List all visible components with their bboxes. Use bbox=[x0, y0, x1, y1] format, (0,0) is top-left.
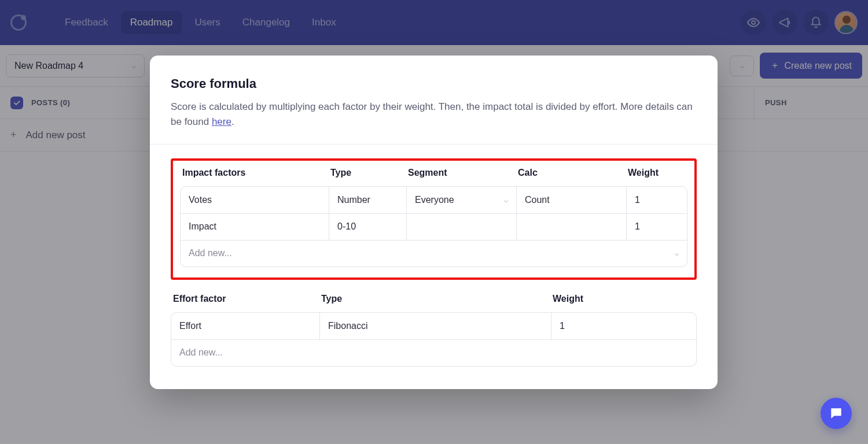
impact-calc-cell[interactable]: Count bbox=[516, 187, 626, 213]
chevron-down-icon: ⌵ bbox=[675, 249, 679, 257]
impact-row: Votes Number Everyone ⌵ Count 1 bbox=[181, 187, 687, 213]
impact-segment-value: Everyone bbox=[415, 195, 504, 205]
impact-factors-highlight: Impact factors Type Segment Calc Weight … bbox=[171, 158, 697, 280]
impact-add-new-label: Add new... bbox=[181, 241, 240, 265]
effort-type-cell[interactable]: Fibonacci bbox=[319, 313, 551, 339]
effort-add-new-label: Add new... bbox=[171, 341, 231, 365]
impact-header-segment: Segment bbox=[408, 168, 518, 178]
effort-add-new-row[interactable]: Add new... bbox=[171, 339, 696, 366]
impact-name-cell[interactable]: Impact bbox=[181, 214, 329, 240]
impact-calc-cell[interactable] bbox=[516, 214, 626, 240]
impact-header-calc: Calc bbox=[518, 168, 628, 178]
impact-name-cell[interactable]: Votes bbox=[181, 187, 329, 213]
impact-header-factor: Impact factors bbox=[182, 168, 330, 178]
effort-row: Effort Fibonacci 1 bbox=[171, 313, 696, 339]
score-formula-modal: Score formula Score is calculated by mul… bbox=[150, 56, 718, 389]
impact-table: Votes Number Everyone ⌵ Count 1 Impact 0… bbox=[180, 186, 687, 267]
impact-type-cell[interactable]: 0-10 bbox=[329, 214, 406, 240]
effort-header-type: Type bbox=[321, 294, 553, 304]
impact-header-type: Type bbox=[330, 168, 408, 178]
impact-weight-cell[interactable]: 1 bbox=[626, 214, 687, 240]
modal-desc-suffix: . bbox=[231, 116, 234, 127]
effort-header-factor: Effort factor bbox=[173, 294, 321, 304]
impact-row: Impact 0-10 1 bbox=[181, 213, 687, 240]
impact-add-new-row[interactable]: Add new... ⌵ bbox=[181, 240, 687, 267]
chat-fab[interactable] bbox=[821, 398, 852, 429]
impact-weight-cell[interactable]: 1 bbox=[626, 187, 687, 213]
impact-segment-cell[interactable] bbox=[406, 214, 516, 240]
effort-name-cell[interactable]: Effort bbox=[171, 313, 319, 339]
effort-header-weight: Weight bbox=[553, 294, 699, 304]
effort-weight-cell[interactable]: 1 bbox=[551, 313, 697, 339]
modal-title: Score formula bbox=[171, 76, 697, 91]
chevron-down-icon: ⌵ bbox=[504, 196, 508, 204]
impact-header-weight: Weight bbox=[628, 168, 708, 178]
effort-table: Effort Fibonacci 1 Add new... bbox=[171, 312, 697, 367]
divider bbox=[150, 144, 718, 145]
modal-desc-text: Score is calculated by multiplying each … bbox=[171, 101, 693, 127]
modal-description: Score is calculated by multiplying each … bbox=[171, 99, 697, 130]
impact-header-row: Impact factors Type Segment Calc Weight bbox=[180, 168, 687, 186]
impact-type-cell[interactable]: Number bbox=[329, 187, 406, 213]
effort-header-row: Effort factor Type Weight bbox=[171, 294, 697, 312]
impact-segment-cell[interactable]: Everyone ⌵ bbox=[406, 187, 516, 213]
modal-here-link[interactable]: here bbox=[212, 116, 231, 127]
